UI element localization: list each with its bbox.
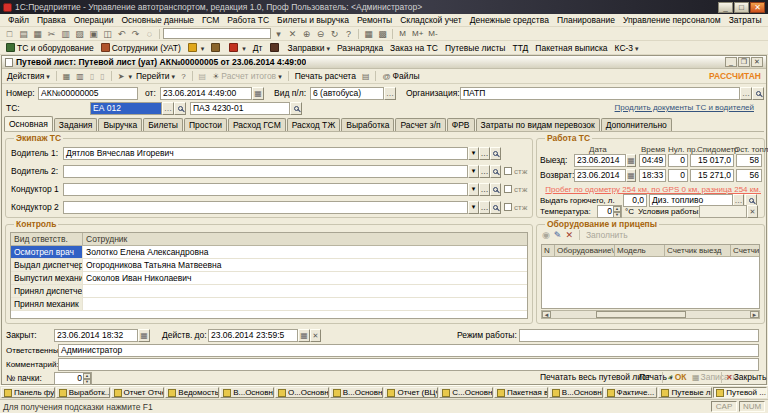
layout-icon[interactable]: ▤ (360, 70, 372, 83)
org-search-button[interactable] (752, 87, 764, 100)
copy-icon[interactable]: ▥ (59, 28, 72, 40)
toolbar-shortcut-button[interactable] (267, 41, 284, 54)
find-icon[interactable]: ◌ (143, 28, 156, 40)
employee-cell[interactable]: Золотко Елена Александровна (83, 246, 527, 258)
depart-date-field[interactable]: 23.06.2014 (574, 154, 626, 167)
cut-icon[interactable]: ✂ (45, 28, 58, 40)
vehicle-field[interactable]: ЕА 012 (90, 102, 162, 115)
work-mode-field[interactable] (519, 329, 759, 342)
menu-item[interactable]: ГСМ (198, 15, 223, 25)
calendar-icon[interactable]: ▦ (362, 28, 375, 40)
control-table-row[interactable]: Принял диспетчер (11, 285, 527, 298)
search-button[interactable] (490, 201, 501, 214)
minimize-button[interactable]: _ (718, 2, 733, 13)
window-tab[interactable]: Ведомость... (165, 387, 219, 398)
clear-button[interactable] (747, 205, 758, 218)
toolbar-shortcut-button[interactable]: Путевые листы (442, 41, 509, 54)
column-header[interactable]: Счетчик выезд (665, 245, 731, 256)
form-tab[interactable]: Расход ТЖ (287, 118, 341, 131)
toolbar-shortcut-button[interactable] (185, 41, 208, 54)
organization-field[interactable]: ПАТП (460, 87, 740, 100)
employee-cell[interactable] (83, 298, 527, 310)
window-tab[interactable]: О...Основная (275, 387, 329, 398)
calc-memory-button[interactable]: М+ (410, 28, 425, 40)
spinner-arrows-icon[interactable]: ▲▼ (83, 373, 91, 384)
seniority-checkbox[interactable] (504, 203, 512, 211)
toolbar-shortcut-button[interactable]: Заправки (285, 41, 333, 54)
dropdown-button[interactable] (468, 147, 479, 160)
window-tab[interactable]: Пакетная в... (494, 387, 548, 398)
scroll-right-icon[interactable]: ► (750, 311, 759, 318)
window-tab[interactable]: В...Основная (549, 387, 603, 398)
toolbar-shortcut-button[interactable]: ТС и оборудование (3, 41, 97, 54)
menu-item[interactable]: Складской учет (396, 15, 466, 25)
vehicle-model-field[interactable]: ПАЗ 4230-01 (190, 102, 290, 115)
calendar-button[interactable] (252, 87, 264, 100)
print-calc-button[interactable]: Печать расчета (293, 70, 358, 83)
window-tab[interactable]: С...Основная (439, 387, 493, 398)
prolong-documents-link[interactable]: Продлить документы ТС и водителей (615, 103, 754, 112)
window-tab[interactable]: Путевые лис... (658, 387, 712, 398)
toolbar-shortcut-button[interactable] (208, 41, 225, 54)
menu-item[interactable]: Основные данные (117, 15, 198, 25)
toolbar-shortcut-button[interactable]: КС-3 (612, 41, 642, 54)
seniority-checkbox[interactable] (504, 185, 512, 193)
window-tab[interactable]: Отчет (ВЦФ... (384, 387, 438, 398)
doc-stack-icon[interactable]: ▯ (98, 70, 106, 83)
add-icon[interactable]: ◉ (542, 230, 550, 240)
print-all-button[interactable]: Печатать весь путевой лист (540, 371, 650, 384)
search-button[interactable] (490, 183, 501, 196)
return-date-field[interactable]: 23.06.2014 (574, 169, 626, 182)
scrollbar-thumb[interactable] (596, 311, 686, 318)
ellipsis-button[interactable] (479, 201, 490, 214)
form-tab[interactable]: Расчет з/п (395, 118, 445, 131)
fill-button[interactable]: Заполнить (586, 230, 628, 240)
return-fuel-rest-field[interactable]: 56 (736, 169, 762, 182)
preview-icon[interactable]: ◫ (101, 28, 114, 40)
quick-search-input[interactable] (163, 28, 271, 39)
pack-number-spinner[interactable]: 0▲▼ (54, 372, 92, 385)
temperature-spinner[interactable]: 0▲▼ (597, 205, 622, 218)
crew-employee-field[interactable] (63, 201, 468, 214)
responsible-type-cell[interactable]: Принял диспетчер (11, 285, 83, 297)
toolbar-shortcut-button[interactable]: ТТД (509, 41, 531, 54)
toolbar-shortcut-button[interactable]: Дт (250, 41, 266, 54)
control-table-row[interactable]: Выпустил механик Соколов Иван Николаевич (11, 272, 527, 285)
model-search-button[interactable] (290, 102, 302, 115)
undo-icon[interactable]: ↶ (115, 28, 128, 40)
new-doc-icon[interactable]: □ (3, 28, 16, 40)
control-table-row[interactable]: Осмотрел врач Золотко Елена Александровн… (11, 246, 527, 259)
print-icon[interactable]: ▣ (87, 28, 100, 40)
form-tab[interactable]: Билеты (143, 118, 183, 131)
vehicle-search-button[interactable] (174, 102, 186, 115)
crew-employee-field[interactable] (63, 165, 468, 178)
closed-field[interactable]: 23.06.2014 18:32 (54, 329, 138, 342)
window-tab[interactable]: Выработк... (56, 387, 110, 398)
redo-icon[interactable]: ↷ (129, 28, 142, 40)
form-tab[interactable]: Дополнительно (601, 118, 672, 131)
help-icon[interactable]: ? (342, 28, 355, 40)
calendar-button[interactable] (626, 169, 636, 182)
form-tab[interactable]: Расход ГСМ (228, 118, 286, 131)
window-tab[interactable]: Отчет Отчет... (111, 387, 165, 398)
edit-pencil-icon[interactable]: ✎ (554, 230, 562, 240)
files-button[interactable]: @ Файлы (380, 70, 421, 83)
search-button[interactable] (490, 165, 501, 178)
toolbar-shortcut-button[interactable]: Сотрудники (УАТ) (98, 41, 184, 54)
control-table-row[interactable]: Выдал диспетчер Огородникова Татьяна Мат… (11, 259, 527, 272)
calc-memory-button[interactable]: М- (426, 28, 439, 40)
form-tab[interactable]: ФРВ (447, 118, 475, 131)
depart-zero-run-field[interactable]: 0 (668, 154, 688, 167)
zoom-out-icon[interactable]: ⊖ (314, 28, 327, 40)
kind-select-button[interactable] (384, 87, 396, 100)
seniority-checkbox[interactable] (504, 167, 512, 175)
menu-item[interactable]: Правка (33, 15, 70, 25)
vehicle-select-button[interactable] (162, 102, 174, 115)
close-button[interactable]: ✕ (750, 2, 765, 13)
column-header[interactable]: Сотрудник (83, 233, 527, 245)
column-header[interactable]: Модель (615, 245, 665, 256)
responsible-type-cell[interactable]: Выдал диспетчер (11, 259, 83, 271)
crew-employee-field[interactable] (63, 183, 468, 196)
open-icon[interactable]: ▤ (17, 28, 30, 40)
doc-icon[interactable]: ▯ (88, 70, 96, 83)
